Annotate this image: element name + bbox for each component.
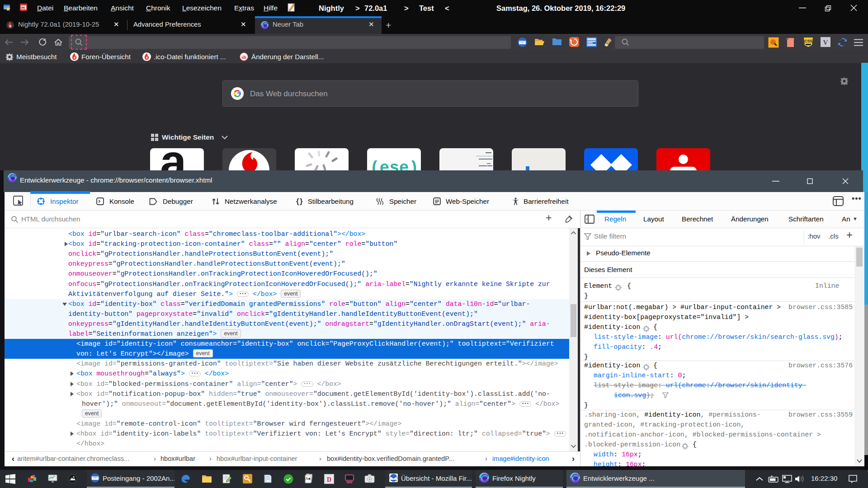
svg-text:A♠: A♠ <box>305 476 310 481</box>
svg-text:CSS: CSS <box>804 39 812 43</box>
svg-text:V: V <box>823 39 828 46</box>
svg-text:sh: sh <box>241 54 246 60</box>
svg-text:D: D <box>327 476 331 483</box>
